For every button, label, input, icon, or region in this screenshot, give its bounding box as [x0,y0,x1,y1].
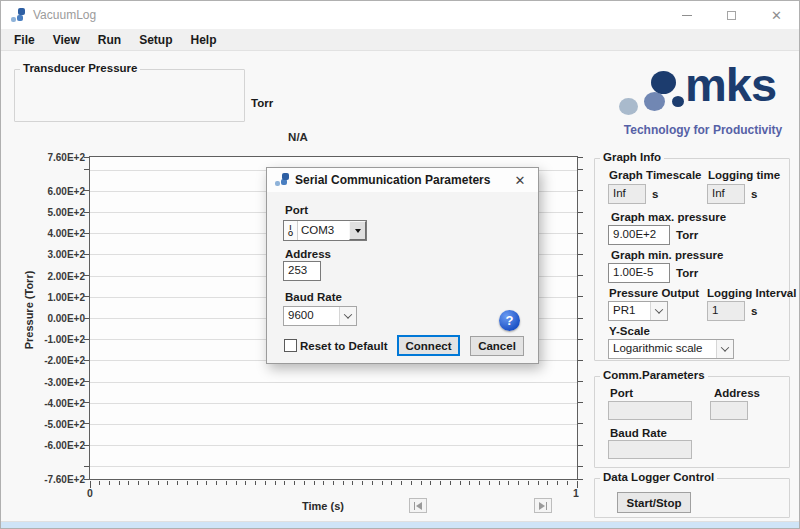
scroll-right-arrow-icon [539,502,545,510]
scroll-left-bar-icon [414,502,415,510]
y-tick-mark [578,360,583,361]
reset-default-checkbox[interactable] [284,339,297,352]
port-dropdown[interactable] [349,221,366,240]
x-tick-mark [294,481,295,485]
x-tick-mark [323,481,324,485]
y-tick-mark [84,190,89,191]
y-tick-label: -4.00E+2 [44,397,85,408]
graph-max-pressure-field[interactable]: 9.00E+2 [608,225,670,245]
y-tick-label: 5.00E+2 [47,207,85,218]
chevron-down-icon [655,305,663,313]
y-scale-dropdown[interactable] [716,340,733,358]
y-tick-mark [578,169,583,170]
x-tick-mark [382,481,383,485]
y-tick-mark [578,466,583,467]
y-tick-label: 3.00E+2 [47,249,85,260]
help-button[interactable]: ? [499,310,520,331]
transducer-unit-label: Torr [251,97,273,109]
x-tick-mark [479,481,480,485]
x-tick-mark [440,481,441,485]
pressure-output-combo[interactable]: PR1 [608,301,668,321]
x-tick-mark [421,481,422,485]
y-tick-mark [578,445,583,446]
minimize-button[interactable] [664,1,709,29]
connect-button[interactable]: Connect [397,335,460,356]
scroll-left-button[interactable] [409,498,427,513]
menu-view[interactable]: View [44,29,89,51]
chevron-down-icon [344,310,352,318]
minimize-icon [682,15,692,16]
x-tick-mark [275,481,276,485]
x-tick-mark [430,481,431,485]
pressure-output-label: Pressure Output [609,287,699,299]
x-tick-mark [138,481,139,485]
x-tick-mark [206,481,207,485]
x-tick-mark [518,481,519,485]
logo-dot-medium-icon [644,92,665,111]
dialog-title-bar[interactable]: Serial Communication Parameters ✕ [267,168,538,192]
y-tick-mark [578,157,583,158]
comm-port-label: Port [610,387,633,399]
start-stop-button[interactable]: Start/Stop [617,492,691,513]
port-value: COM3 [298,221,349,240]
transducer-pressure-label: Transducer Pressure [20,62,140,74]
scroll-right-button[interactable] [534,498,552,513]
mks-logo: mks Technology for Productivity [601,66,793,141]
comm-address-field [710,401,748,420]
baud-dropdown[interactable] [339,307,356,325]
x-tick-mark [148,481,149,485]
x-tick-mark [197,481,198,485]
pressure-output-dropdown[interactable] [650,302,667,320]
y-tick-mark [578,479,583,480]
dialog-address-label: Address [285,248,331,260]
y-tick-label: 7.60E+2 [47,152,85,163]
menu-run[interactable]: Run [89,29,130,51]
gridline [90,382,577,383]
x-tick-mark [362,481,363,485]
comm-parameters-label: Comm.Parameters [600,369,708,381]
graph-min-pressure-label: Graph min. pressure [611,249,723,261]
y-tick-mark [578,339,583,340]
graph-min-pressure-field[interactable]: 1.00E-5 [608,263,670,283]
x-tick-label-0: 0 [87,487,93,499]
menu-file[interactable]: File [5,29,44,51]
transducer-pressure-value [21,78,238,115]
gridline [90,403,577,404]
x-tick-mark [99,481,100,485]
plot-title: N/A [238,131,358,143]
x-tick-mark [508,481,509,485]
y-tick-label: 6.00E+2 [47,185,85,196]
window-title: VacuumLog [33,1,96,29]
y-tick-mark [578,318,583,319]
address-field[interactable]: 253 [283,261,321,281]
x-tick-mark [119,481,120,485]
menu-help[interactable]: Help [181,29,225,51]
y-tick-mark [578,233,583,234]
y-tick-mark [578,402,583,403]
menu-setup[interactable]: Setup [130,29,181,51]
graph-min-pressure-unit: Torr [676,267,698,279]
x-tick-mark [352,481,353,485]
transducer-pressure-group: Transducer Pressure [14,69,245,122]
maximize-button[interactable] [709,1,754,29]
y-scale-combo[interactable]: Logarithmic scale [608,339,734,359]
graph-max-pressure-label: Graph max. pressure [611,211,726,223]
x-tick-mark [567,481,568,485]
close-button[interactable]: ✕ [754,1,799,29]
y-tick-label: 4.00E+2 [47,228,85,239]
window-bottom-edge [1,521,799,528]
x-tick-mark [499,481,500,485]
dialog-close-button[interactable]: ✕ [510,168,530,192]
y-tick-label: -3.00E+2 [44,376,85,387]
dialog-title: Serial Communication Parameters [295,168,490,192]
y-scale-label: Y-Scale [609,325,650,337]
y-tick-label: -5.00E+2 [44,418,85,429]
chevron-down-icon [721,343,729,351]
x-tick-mark [372,481,373,485]
port-combo[interactable]: IO COM3 [283,220,367,241]
comm-port-field [608,401,692,420]
x-tick-mark [158,481,159,485]
cancel-button[interactable]: Cancel [470,336,524,356]
x-tick-mark [343,481,344,485]
baud-combo[interactable]: 9600 [283,306,357,326]
